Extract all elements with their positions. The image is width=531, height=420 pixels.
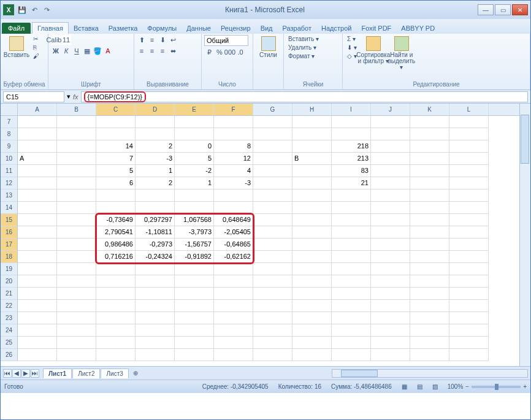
cell[interactable]: -1,10811 — [136, 226, 175, 239]
cut-icon[interactable]: ✂ — [31, 35, 41, 43]
tab-formulas[interactable]: Формулы — [142, 23, 181, 34]
border-button[interactable]: ▦ — [82, 46, 92, 56]
font-size-combo[interactable]: 11 — [61, 35, 71, 45]
align-bot-icon[interactable]: ⬇ — [158, 35, 167, 45]
cell[interactable]: -0,62162 — [214, 251, 253, 263]
tab-layout[interactable]: Разметка — [104, 23, 143, 34]
row-header[interactable]: 22 — [1, 300, 17, 312]
cell[interactable]: -0,24324 — [136, 251, 175, 263]
col-header[interactable]: J — [371, 104, 410, 115]
cell[interactable]: A — [18, 153, 57, 165]
format-painter-icon[interactable]: 🖌 — [31, 52, 41, 60]
zoom-slider[interactable] — [472, 386, 521, 388]
cell[interactable]: -3 — [214, 177, 253, 189]
cell[interactable]: -0,73649 — [96, 214, 136, 226]
cell[interactable]: B — [292, 153, 332, 165]
row-header[interactable]: 14 — [1, 202, 17, 214]
cell[interactable]: 0,986486 — [96, 239, 136, 251]
row-header[interactable]: 25 — [1, 337, 17, 349]
col-header[interactable]: B — [57, 104, 96, 115]
align-right-icon[interactable]: ≡ — [158, 46, 167, 56]
cell[interactable]: -1,56757 — [175, 239, 214, 251]
cell[interactable]: 2 — [136, 177, 175, 189]
zoom-in-button[interactable]: + — [523, 383, 527, 390]
sort-filter-button[interactable]: Сортировка и фильтр ▾ — [360, 35, 387, 66]
format-cells-button[interactable]: Формат ▾ — [286, 52, 321, 60]
styles-button[interactable]: Стили — [256, 35, 281, 59]
col-header[interactable]: L — [449, 104, 489, 115]
tab-insert[interactable]: Вставка — [69, 23, 104, 34]
new-sheet-icon[interactable]: ⊕ — [129, 370, 142, 376]
tab-data[interactable]: Данные — [181, 23, 216, 34]
cell[interactable]: 1,067568 — [175, 214, 214, 226]
row-header[interactable]: 8 — [1, 128, 17, 140]
cell[interactable]: 4 — [214, 165, 253, 177]
insert-cells-button[interactable]: Вставить ▾ — [286, 35, 321, 43]
tab-abbyy[interactable]: ABBYY PD — [396, 23, 440, 34]
cell[interactable]: 12 — [214, 153, 253, 165]
tab-foxit[interactable]: Foxit PDF — [356, 23, 396, 34]
cell[interactable]: -3,7973 — [175, 226, 214, 239]
cell[interactable]: 218 — [332, 140, 371, 153]
cell[interactable]: 2 — [136, 140, 175, 153]
col-header[interactable]: H — [292, 104, 332, 115]
tab-home[interactable]: Главная — [32, 22, 69, 34]
redo-icon[interactable]: ↷ — [41, 4, 52, 15]
cell[interactable]: 21 — [332, 177, 371, 189]
inc-dec-icon[interactable]: .0 — [235, 47, 245, 57]
sheet-nav-next-icon[interactable]: ▶ — [21, 369, 30, 378]
cell[interactable]: -0,91892 — [175, 251, 214, 263]
paste-button[interactable]: Вставить — [3, 35, 30, 59]
row-header[interactable]: 12 — [1, 177, 17, 189]
view-normal-icon[interactable]: ▦ — [402, 383, 407, 390]
worksheet-grid[interactable]: 7 8 9 10 11 12 13 14 15 16 17 18 19 20 2… — [1, 104, 530, 366]
sheet-nav-last-icon[interactable]: ⏭ — [31, 369, 39, 378]
zoom-out-button[interactable]: − — [465, 383, 469, 390]
sheet-tab[interactable]: Лист1 — [43, 368, 72, 378]
cell[interactable]: -2,05405 — [214, 226, 253, 239]
cell[interactable]: 5 — [175, 153, 214, 165]
fill-color-button[interactable]: 🪣 — [93, 46, 102, 56]
cell[interactable]: 7 — [96, 153, 136, 165]
sheet-tab[interactable]: Лист2 — [72, 368, 100, 378]
undo-icon[interactable]: ↶ — [29, 4, 40, 15]
formula-bar[interactable]: {=МОБР(C9:F12)} — [81, 91, 528, 102]
align-top-icon[interactable]: ⬆ — [137, 35, 147, 45]
number-format-combo[interactable]: Общий — [204, 35, 248, 46]
row-header[interactable]: 26 — [1, 349, 17, 361]
col-header[interactable]: C — [96, 104, 136, 115]
fx-icon[interactable]: fx — [71, 93, 81, 101]
save-icon[interactable]: 💾 — [17, 4, 28, 15]
row-header[interactable]: 11 — [1, 165, 17, 177]
row-header[interactable]: 10 — [1, 153, 17, 165]
cell[interactable]: 83 — [332, 165, 371, 177]
row-header[interactable]: 23 — [1, 312, 17, 324]
col-header[interactable]: D — [136, 104, 175, 115]
merge-icon[interactable]: ⬌ — [168, 46, 178, 56]
percent-icon[interactable]: % — [215, 47, 224, 57]
fill-button[interactable]: ⬇ ▾ — [345, 44, 359, 52]
cell[interactable]: 8 — [214, 140, 253, 153]
comma-icon[interactable]: 000 — [225, 47, 235, 57]
align-mid-icon[interactable]: ≡ — [147, 35, 157, 45]
col-header[interactable]: F — [214, 104, 253, 115]
cell[interactable]: 0,716216 — [96, 251, 136, 263]
row-header[interactable]: 16 — [1, 226, 17, 239]
tab-addins[interactable]: Надстрой — [316, 23, 356, 34]
cell[interactable]: 5 — [96, 165, 136, 177]
zoom-level[interactable]: 100% — [448, 383, 464, 390]
minimize-button[interactable]: — — [478, 4, 494, 15]
col-header[interactable]: A — [18, 104, 57, 115]
cell[interactable]: 2,790541 — [96, 226, 136, 239]
cell[interactable]: 0,297297 — [136, 214, 175, 226]
underline-button[interactable]: Ч — [72, 46, 82, 56]
cell[interactable]: -0,2973 — [136, 239, 175, 251]
font-name-combo[interactable]: Calibri — [51, 35, 61, 45]
sheet-nav-first-icon[interactable]: ⏮ — [3, 369, 12, 378]
row-header[interactable]: 7 — [1, 116, 17, 128]
italic-button[interactable]: К — [61, 46, 71, 56]
bold-button[interactable]: Ж — [51, 46, 61, 56]
col-header[interactable]: G — [253, 104, 292, 115]
col-header[interactable]: K — [410, 104, 449, 115]
name-box[interactable]: C15 — [3, 91, 64, 102]
